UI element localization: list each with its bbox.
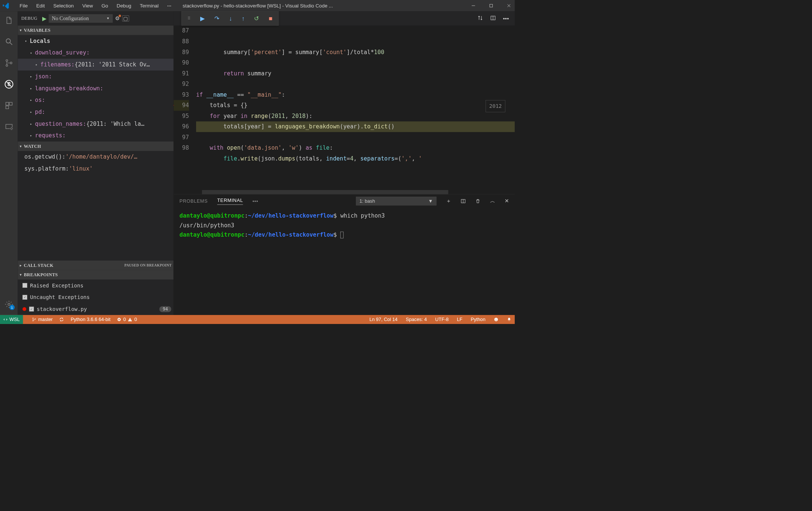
stop-icon[interactable]: ■ — [269, 15, 273, 22]
variable-row[interactable]: ▾download_survey: — [18, 47, 174, 59]
svg-point-23 — [32, 320, 33, 321]
close-icon[interactable] — [505, 2, 512, 9]
new-terminal-icon[interactable]: ＋ — [446, 197, 451, 205]
variable-row[interactable]: ▸json: — [18, 71, 174, 82]
variable-row[interactable]: ▸filenames: {2011: '2011 Stack Ov… — [18, 59, 174, 71]
variable-row[interactable]: ▸languages_breakdown: — [18, 82, 174, 94]
watch-section-header[interactable]: ▾WATCH — [18, 141, 174, 151]
source-control-icon[interactable] — [4, 58, 13, 68]
split-editor-icon[interactable] — [490, 15, 496, 22]
editor[interactable]: 878889909192939495969798 summary['percen… — [174, 25, 515, 194]
menu-debug[interactable]: Debug — [112, 2, 136, 9]
debug-config-select[interactable]: No Configuration ▼ — [49, 14, 113, 23]
line-number-gutter[interactable]: 878889909192939495969798 — [174, 25, 196, 194]
variable-row[interactable]: ▸question_names: {2011: 'Which la… — [18, 118, 174, 130]
maximize-panel-icon[interactable]: ︿ — [490, 197, 495, 205]
svg-line-5 — [10, 43, 12, 45]
svg-point-24 — [35, 318, 35, 319]
step-into-icon[interactable]: ↓ — [229, 15, 232, 22]
debug-label: DEBUG — [21, 16, 37, 21]
compare-changes-icon[interactable] — [477, 15, 483, 22]
variable-row[interactable]: ▸requests: — [18, 130, 174, 141]
maximize-icon[interactable] — [487, 2, 495, 9]
debug-toolbar[interactable]: ⠿ ▶ ↷ ↓ ↑ ↺ ■ — [182, 11, 279, 25]
remote-explorer-icon[interactable] — [4, 122, 13, 131]
statusbar: WSL master Python 3.6.6 64-bit 0 0 Ln 97… — [0, 315, 515, 324]
kill-terminal-icon[interactable] — [475, 199, 480, 204]
notifications-bell-icon[interactable] — [507, 317, 512, 322]
callstack-section-header[interactable]: ▸CALL STACKPAUSED ON BREAKPOINT — [18, 261, 174, 270]
panel-tab-overflow-icon[interactable]: ••• — [252, 198, 258, 204]
remote-wsl-status[interactable]: WSL — [0, 315, 23, 324]
menu-edit[interactable]: Edit — [32, 2, 49, 9]
minimize-icon[interactable] — [470, 2, 477, 9]
svg-point-31 — [495, 319, 496, 319]
restart-icon[interactable]: ↺ — [254, 15, 259, 22]
watch-expression[interactable]: os.getcwd(): '/home/dantaylo/dev/… — [18, 151, 174, 163]
horizontal-scrollbar[interactable] — [202, 190, 448, 194]
toolbar-grip-icon[interactable]: ⠿ — [187, 16, 190, 21]
terminal-content[interactable]: dantaylo@qubitronpc:~/dev/hello-stackove… — [174, 208, 515, 315]
breakpoint-checkbox[interactable] — [22, 295, 27, 300]
breakpoint-label: Raised Exceptions — [30, 283, 84, 289]
close-panel-icon[interactable]: ✕ — [505, 198, 509, 204]
feedback-smiley-icon[interactable] — [494, 317, 499, 322]
start-debugging-icon[interactable]: ▶ — [42, 15, 46, 22]
svg-rect-1 — [490, 4, 493, 7]
panel-tab-terminal[interactable]: TERMINAL — [217, 197, 243, 205]
breakpoint-row[interactable]: Raised Exceptions — [18, 280, 174, 292]
activity-bar: 1 — [0, 11, 18, 315]
variables-section-header[interactable]: ▾VARIABLES — [18, 25, 174, 35]
python-interpreter-status[interactable]: Python 3.6.6 64-bit — [71, 317, 110, 323]
menu-selection[interactable]: Selection — [49, 2, 78, 9]
debug-config-gear-icon[interactable]: ⚙ — [115, 15, 120, 21]
indentation-status[interactable]: Spaces: 4 — [406, 317, 427, 323]
menu-view[interactable]: View — [78, 2, 97, 9]
explorer-icon[interactable] — [4, 16, 13, 25]
breakpoint-row[interactable]: stackoverflow.py94 — [18, 303, 174, 315]
continue-icon[interactable]: ▶ — [200, 15, 205, 22]
extensions-icon[interactable] — [4, 101, 13, 110]
cursor-position-status[interactable]: Ln 97, Col 14 — [369, 317, 397, 323]
terminal-select[interactable]: 1: bash▼ — [356, 197, 437, 205]
variables-section: ▾Locals ▾download_survey: ▸filenames: {2… — [18, 35, 174, 141]
panel-tab-problems[interactable]: PROBLEMS — [180, 198, 208, 204]
breakpoint-checkbox[interactable] — [29, 307, 34, 312]
svg-point-32 — [496, 319, 497, 319]
inline-debug-value: 2012 — [486, 100, 505, 112]
search-icon[interactable] — [4, 37, 13, 46]
code-content[interactable]: summary['percent'] = summary['count']/to… — [196, 25, 515, 194]
menu-overflow-icon[interactable]: ··· — [163, 2, 176, 9]
svg-point-7 — [6, 65, 8, 66]
git-branch-status[interactable]: master — [32, 317, 53, 323]
sync-status-icon[interactable] — [59, 317, 64, 322]
variable-row[interactable]: ▸pd: — [18, 106, 174, 118]
warnings-count: 0 — [134, 317, 137, 323]
settings-badge: 1 — [9, 305, 15, 310]
step-out-icon[interactable]: ↑ — [242, 15, 245, 22]
menu-go[interactable]: Go — [97, 2, 112, 9]
menu-terminal[interactable]: Terminal — [136, 2, 163, 9]
eol-status[interactable]: LF — [457, 317, 462, 323]
debug-icon[interactable] — [4, 80, 13, 89]
breakpoints-section-header[interactable]: ▾BREAKPOINTS — [18, 270, 174, 279]
variable-row[interactable]: ▸os: — [18, 94, 174, 106]
debug-console-icon[interactable]: ▢ — [122, 15, 129, 21]
settings-gear-icon[interactable]: 1 — [4, 300, 13, 309]
problems-status[interactable]: 0 0 — [117, 317, 137, 323]
menu-file[interactable]: File — [15, 2, 32, 9]
breakpoints-section: Raised ExceptionsUncaught Exceptionsstac… — [18, 280, 174, 315]
breakpoint-row[interactable]: Uncaught Exceptions — [18, 291, 174, 303]
scope-locals[interactable]: ▾Locals — [18, 35, 174, 47]
step-over-icon[interactable]: ↷ — [214, 15, 220, 22]
editor-tabs: ⠿ ▶ ↷ ↓ ↑ ↺ ■ py ✕ ••• — [174, 11, 515, 25]
breakpoints-label: BREAKPOINTS — [24, 272, 58, 277]
language-mode-status[interactable]: Python — [471, 317, 485, 323]
editor-more-icon[interactable]: ••• — [503, 15, 509, 22]
watch-expression[interactable]: sys.platform: 'linux' — [18, 163, 174, 175]
breakpoint-checkbox[interactable] — [22, 283, 27, 288]
editor-group: ⠿ ▶ ↷ ↓ ↑ ↺ ■ py ✕ ••• — [174, 11, 515, 315]
split-terminal-icon[interactable] — [461, 199, 466, 204]
breakpoint-label: Uncaught Exceptions — [30, 294, 90, 300]
encoding-status[interactable]: UTF-8 — [435, 317, 449, 323]
